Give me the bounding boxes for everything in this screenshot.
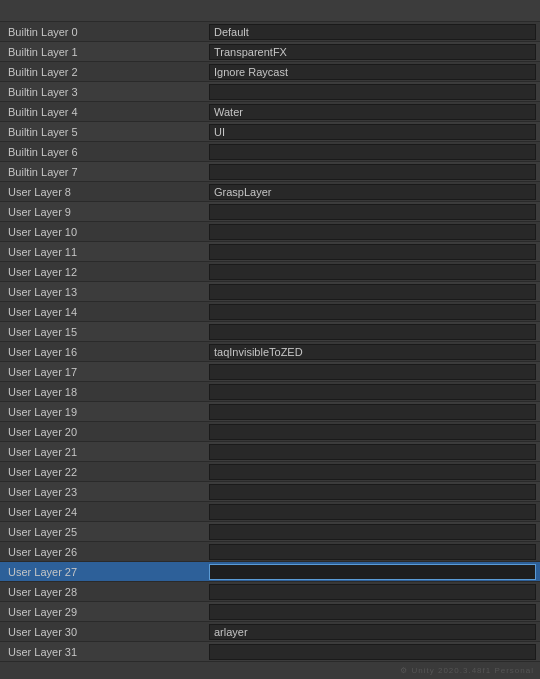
layer-label: Builtin Layer 1: [0, 46, 205, 58]
layer-value[interactable]: [209, 144, 536, 160]
layer-row[interactable]: Builtin Layer 7: [0, 162, 540, 182]
layer-value[interactable]: [209, 384, 536, 400]
layer-value[interactable]: taqInvisibleToZED: [209, 344, 536, 360]
layer-value[interactable]: [209, 304, 536, 320]
layer-value[interactable]: [209, 464, 536, 480]
layer-row[interactable]: Builtin Layer 2Ignore Raycast: [0, 62, 540, 82]
layer-row[interactable]: User Layer 29: [0, 602, 540, 622]
layers-container: Builtin Layer 0DefaultBuiltin Layer 1Tra…: [0, 22, 540, 661]
layer-row[interactable]: User Layer 12: [0, 262, 540, 282]
layer-row[interactable]: Builtin Layer 0Default: [0, 22, 540, 42]
layer-label: User Layer 11: [0, 246, 205, 258]
layer-value[interactable]: UI: [209, 124, 536, 140]
layer-row[interactable]: User Layer 21: [0, 442, 540, 462]
layer-label: User Layer 21: [0, 446, 205, 458]
layer-value[interactable]: [209, 504, 536, 520]
layer-value[interactable]: [209, 644, 536, 660]
layer-label: User Layer 20: [0, 426, 205, 438]
layer-row[interactable]: User Layer 31: [0, 642, 540, 661]
layer-label: User Layer 31: [0, 646, 205, 658]
layer-row[interactable]: User Layer 10: [0, 222, 540, 242]
layer-value[interactable]: [209, 444, 536, 460]
layer-label: User Layer 29: [0, 606, 205, 618]
layer-label: User Layer 18: [0, 386, 205, 398]
layer-label: User Layer 22: [0, 466, 205, 478]
layer-row[interactable]: Builtin Layer 5UI: [0, 122, 540, 142]
layer-row[interactable]: User Layer 25: [0, 522, 540, 542]
layer-label: User Layer 25: [0, 526, 205, 538]
layer-value[interactable]: [209, 564, 536, 580]
layer-label: Builtin Layer 4: [0, 106, 205, 118]
layer-label: User Layer 19: [0, 406, 205, 418]
layer-value[interactable]: [209, 424, 536, 440]
layer-row[interactable]: User Layer 11: [0, 242, 540, 262]
layer-value[interactable]: Ignore Raycast: [209, 64, 536, 80]
layer-label: User Layer 10: [0, 226, 205, 238]
layer-value[interactable]: Water: [209, 104, 536, 120]
layer-row[interactable]: User Layer 26: [0, 542, 540, 562]
layer-row[interactable]: User Layer 20: [0, 422, 540, 442]
layer-value[interactable]: arlayer: [209, 624, 536, 640]
layer-value[interactable]: [209, 604, 536, 620]
layer-value[interactable]: [209, 244, 536, 260]
layer-label: User Layer 14: [0, 306, 205, 318]
layer-label: Builtin Layer 3: [0, 86, 205, 98]
layer-row[interactable]: User Layer 22: [0, 462, 540, 482]
layer-row[interactable]: User Layer 16taqInvisibleToZED: [0, 342, 540, 362]
layer-label: User Layer 15: [0, 326, 205, 338]
layer-row[interactable]: User Layer 30arlayer: [0, 622, 540, 642]
layer-row[interactable]: Builtin Layer 3: [0, 82, 540, 102]
layer-value[interactable]: [209, 544, 536, 560]
layer-value[interactable]: [209, 224, 536, 240]
layer-label: Builtin Layer 0: [0, 26, 205, 38]
footer-text: ⚙ Unity 2020.3.48f1 Personal: [400, 666, 534, 675]
layer-row[interactable]: Builtin Layer 6: [0, 142, 540, 162]
layer-label: User Layer 28: [0, 586, 205, 598]
footer: ⚙ Unity 2020.3.48f1 Personal: [0, 661, 540, 679]
layer-value[interactable]: [209, 484, 536, 500]
layer-label: Builtin Layer 6: [0, 146, 205, 158]
layer-value[interactable]: [209, 584, 536, 600]
layer-row[interactable]: User Layer 15: [0, 322, 540, 342]
layer-value[interactable]: [209, 284, 536, 300]
layer-label: User Layer 27: [0, 566, 205, 578]
layer-value[interactable]: [209, 364, 536, 380]
layer-label: Builtin Layer 2: [0, 66, 205, 78]
layer-value[interactable]: [209, 204, 536, 220]
layer-value[interactable]: [209, 324, 536, 340]
layer-row[interactable]: User Layer 14: [0, 302, 540, 322]
layer-label: User Layer 23: [0, 486, 205, 498]
layer-value[interactable]: [209, 404, 536, 420]
layer-value[interactable]: [209, 524, 536, 540]
layer-row[interactable]: Builtin Layer 1TransparentFX: [0, 42, 540, 62]
layer-row[interactable]: User Layer 19: [0, 402, 540, 422]
layer-row[interactable]: User Layer 23: [0, 482, 540, 502]
layer-row[interactable]: User Layer 8GraspLayer: [0, 182, 540, 202]
header: [0, 0, 540, 22]
layer-label: User Layer 26: [0, 546, 205, 558]
layer-label: User Layer 24: [0, 506, 205, 518]
layer-row[interactable]: User Layer 17: [0, 362, 540, 382]
layer-value[interactable]: Default: [209, 24, 536, 40]
layer-row[interactable]: User Layer 27: [0, 562, 540, 582]
layer-row[interactable]: User Layer 18: [0, 382, 540, 402]
layer-label: User Layer 9: [0, 206, 205, 218]
layer-value[interactable]: [209, 264, 536, 280]
layer-label: User Layer 16: [0, 346, 205, 358]
layer-value[interactable]: GraspLayer: [209, 184, 536, 200]
layer-label: Builtin Layer 7: [0, 166, 205, 178]
layer-value[interactable]: [209, 84, 536, 100]
layer-label: User Layer 8: [0, 186, 205, 198]
layer-row[interactable]: Builtin Layer 4Water: [0, 102, 540, 122]
layer-row[interactable]: User Layer 13: [0, 282, 540, 302]
layer-label: User Layer 13: [0, 286, 205, 298]
layer-value[interactable]: [209, 164, 536, 180]
layer-label: User Layer 30: [0, 626, 205, 638]
layer-row[interactable]: User Layer 9: [0, 202, 540, 222]
layer-value[interactable]: TransparentFX: [209, 44, 536, 60]
layer-label: User Layer 17: [0, 366, 205, 378]
layer-label: Builtin Layer 5: [0, 126, 205, 138]
layer-row[interactable]: User Layer 28: [0, 582, 540, 602]
layer-row[interactable]: User Layer 24: [0, 502, 540, 522]
layer-label: User Layer 12: [0, 266, 205, 278]
